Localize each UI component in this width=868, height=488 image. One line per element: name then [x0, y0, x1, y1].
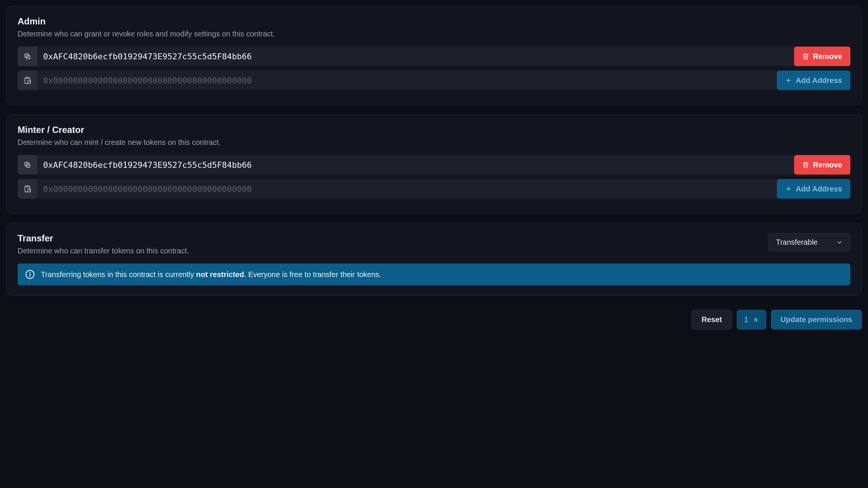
- pending-count-chip: 1: [737, 310, 766, 330]
- pending-count: 1: [744, 315, 748, 324]
- update-permissions-button[interactable]: Update permissions: [771, 310, 862, 330]
- copy-button[interactable]: [18, 47, 37, 66]
- transfer-banner-text: Transferring tokens in this contract is …: [41, 270, 381, 279]
- transfer-title: Transfer: [18, 233, 189, 244]
- trash-icon: [802, 161, 809, 168]
- banner-bold: not restricted: [196, 270, 244, 279]
- admin-card: Admin Determine who can grant or revoke …: [6, 6, 862, 105]
- transfer-info-banner: Transferring tokens in this contract is …: [18, 264, 850, 285]
- remove-button[interactable]: Remove: [794, 155, 850, 175]
- plus-icon: [785, 185, 792, 192]
- banner-suffix: . Everyone is free to transfer their tok…: [244, 270, 381, 279]
- remove-label: Remove: [813, 161, 842, 169]
- admin-add-wrap: [37, 71, 777, 90]
- reset-button[interactable]: Reset: [691, 310, 732, 330]
- admin-address-row: Remove: [18, 47, 850, 66]
- copy-icon: [24, 53, 31, 60]
- minter-card: Minter / Creator Determine who can mint …: [6, 114, 862, 213]
- transfer-select-value: Transferable: [776, 238, 818, 247]
- paste-button[interactable]: [18, 71, 37, 90]
- minter-address-wrap: [37, 155, 794, 175]
- minter-add-wrap: [37, 179, 777, 199]
- minter-add-input[interactable]: [37, 184, 777, 194]
- clipboard-icon: [24, 77, 31, 84]
- copy-icon: [24, 161, 31, 169]
- info-icon: [25, 270, 35, 279]
- remove-label: Remove: [813, 52, 842, 61]
- remove-button[interactable]: Remove: [794, 47, 850, 66]
- svg-rect-8: [26, 186, 29, 187]
- clipboard-icon: [24, 185, 31, 193]
- transfer-description: Determine who can transfer tokens on thi…: [18, 247, 189, 255]
- add-label: Add Address: [796, 185, 842, 193]
- footer: Reset 1 Update permissions: [6, 305, 862, 330]
- minter-address-input[interactable]: [37, 160, 794, 170]
- banner-prefix: Transferring tokens in this contract is …: [41, 270, 196, 279]
- minter-description: Determine who can mint / create new toke…: [18, 138, 850, 147]
- transfer-text: Transfer Determine who can transfer toke…: [18, 233, 189, 255]
- plus-icon: [785, 77, 792, 84]
- admin-title: Admin: [18, 16, 850, 27]
- swap-icon: [752, 316, 759, 323]
- admin-address-input[interactable]: [37, 52, 794, 61]
- admin-description: Determine who can grant or revoke roles …: [18, 30, 850, 38]
- trash-icon: [802, 53, 809, 60]
- minter-address-row: Remove: [18, 155, 850, 175]
- transfer-head: Transfer Determine who can transfer toke…: [18, 233, 850, 255]
- svg-rect-2: [26, 77, 29, 78]
- minter-add-row: Add Address: [18, 179, 850, 199]
- admin-add-input[interactable]: [37, 76, 777, 85]
- add-address-button[interactable]: Add Address: [777, 71, 850, 90]
- admin-add-row: Add Address: [18, 71, 850, 90]
- paste-button[interactable]: [18, 179, 37, 199]
- transfer-select[interactable]: Transferable: [768, 233, 850, 252]
- copy-button[interactable]: [18, 155, 37, 175]
- chevron-down-icon: [836, 239, 842, 246]
- add-address-button[interactable]: Add Address: [777, 179, 850, 199]
- svg-point-14: [30, 273, 30, 273]
- transfer-card: Transfer Determine who can transfer toke…: [6, 223, 862, 295]
- add-label: Add Address: [796, 76, 842, 85]
- minter-title: Minter / Creator: [18, 125, 850, 135]
- admin-address-wrap: [37, 47, 794, 66]
